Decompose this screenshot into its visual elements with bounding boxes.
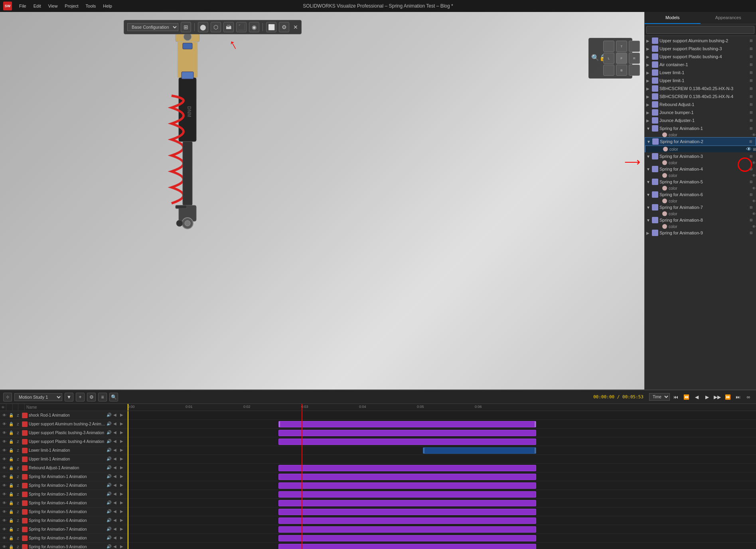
- track-bar[interactable]: [278, 439, 536, 445]
- track-row-12[interactable]: [128, 516, 756, 525]
- track-bar[interactable]: [278, 526, 536, 533]
- spring-1-eye-btn[interactable]: 👁: [752, 133, 756, 137]
- lock-btn[interactable]: 🔒: [8, 448, 14, 453]
- settings-btn[interactable]: ⚙: [279, 22, 289, 32]
- row-next-btn[interactable]: ▶: [120, 483, 126, 488]
- tl-row-spring-8[interactable]: 👁 🔒 Z Spring for Animation-8 Animation 🔊…: [0, 534, 127, 543]
- view-front[interactable]: F: [616, 53, 627, 64]
- lock-btn[interactable]: 🔒: [8, 544, 14, 549]
- lock-btn[interactable]: 🔒: [8, 465, 14, 471]
- tree-arrow[interactable]: ▶: [646, 102, 652, 107]
- sphere-btn[interactable]: ⬤: [198, 22, 208, 32]
- tree-item-spring-6[interactable]: ▼ Spring for Animation-6 ⊞: [645, 191, 756, 199]
- tree-arrow-spring-9[interactable]: ▶: [646, 231, 652, 235]
- view-top[interactable]: T: [616, 41, 627, 52]
- row-next-btn[interactable]: ▶: [120, 500, 126, 506]
- row-prev-btn[interactable]: ◀: [113, 518, 119, 523]
- tl-settings-btn[interactable]: ≡: [98, 393, 107, 401]
- search-icon[interactable]: 🔍: [591, 54, 599, 61]
- track-bar[interactable]: [278, 544, 536, 549]
- expand-icon[interactable]: ⊞: [748, 85, 754, 92]
- view-bottom-left[interactable]: [603, 65, 614, 76]
- track-bar[interactable]: [278, 509, 536, 515]
- tree-arrow[interactable]: ▶: [646, 39, 652, 43]
- spring-7-color-row[interactable]: color 👁: [645, 211, 756, 216]
- expand-icon[interactable]: ⊞: [748, 125, 754, 132]
- tl-row-spring-3[interactable]: 👁 🔒 Z Spring for Animation-3 Animation 🔊…: [0, 490, 127, 499]
- vis-btn[interactable]: 👁: [2, 413, 7, 418]
- row-sound-btn[interactable]: 🔊: [107, 500, 112, 506]
- tree-arrow-spring-6[interactable]: ▼: [646, 193, 652, 197]
- expand-icon[interactable]: ⊞: [748, 204, 754, 211]
- tl-tracks-area[interactable]: [128, 411, 756, 549]
- track-bar[interactable]: [278, 421, 536, 427]
- render-btn[interactable]: ◉: [249, 22, 259, 32]
- expand-icon[interactable]: ⊞: [748, 191, 754, 198]
- row-next-btn[interactable]: ▶: [120, 518, 126, 523]
- camera-btn[interactable]: ⬛: [236, 22, 247, 32]
- track-bar[interactable]: [278, 482, 536, 489]
- row-prev-btn[interactable]: ◀: [113, 448, 119, 453]
- scene-btn[interactable]: 🏔: [223, 22, 234, 32]
- row-next-btn[interactable]: ▶: [120, 544, 126, 549]
- spring-3-color-row[interactable]: color 👁: [645, 160, 756, 165]
- spring-4-eye-btn[interactable]: 👁: [752, 173, 756, 178]
- expand-icon[interactable]: ⊞: [748, 166, 754, 172]
- expand-icon[interactable]: ⊞: [748, 77, 754, 84]
- tl-row-upper-pl-4[interactable]: 👁 🔒 Z Upper support Plastic bushing-4 An…: [0, 437, 127, 446]
- vis-btn[interactable]: 👁: [2, 430, 7, 436]
- track-row-4[interactable]: [128, 446, 756, 455]
- row-next-btn[interactable]: ▶: [120, 421, 126, 427]
- row-prev-btn[interactable]: ◀: [113, 430, 119, 436]
- lock-btn[interactable]: 🔒: [8, 535, 14, 541]
- expand-icon[interactable]: ⊞: [748, 101, 754, 108]
- go-start-btn[interactable]: ⏮: [671, 393, 680, 401]
- tl-row-spring-9[interactable]: 👁 🔒 Z Spring for Animation-9 Animation 🔊…: [0, 543, 127, 549]
- row-prev-btn[interactable]: ◀: [113, 509, 119, 515]
- spring-6-color-row[interactable]: color 👁: [645, 199, 756, 203]
- config-select[interactable]: Base Configuration: [127, 23, 178, 31]
- lock-btn[interactable]: 🔒: [8, 439, 14, 445]
- row-sound-btn[interactable]: 🔊: [107, 518, 112, 523]
- row-sound-btn[interactable]: 🔊: [107, 535, 112, 541]
- tl-row-lower-limit[interactable]: 👁 🔒 Z Lower limit-1 Animation 🔊 ◀ ▶: [0, 446, 127, 455]
- tree-item-spring-5[interactable]: ▼ Spring for Animation-5 ⊞: [645, 178, 756, 186]
- tl-search-btn[interactable]: 🔍: [109, 393, 118, 401]
- track-row-6[interactable]: [128, 464, 756, 472]
- tree-item-spring-9[interactable]: ▶ Spring for Animation-9 ⊞: [645, 229, 756, 237]
- tree-arrow-spring-2[interactable]: ▼: [647, 140, 652, 144]
- tree-arrow[interactable]: ▶: [646, 118, 652, 123]
- search-input[interactable]: [646, 26, 754, 34]
- row-next-btn[interactable]: ▶: [120, 448, 126, 453]
- next-frame-btn[interactable]: ⏩: [723, 393, 732, 401]
- tree-arrow[interactable]: ▶: [646, 79, 652, 83]
- expand-icon[interactable]: ⊞: [748, 138, 754, 145]
- row-prev-btn[interactable]: ◀: [113, 492, 119, 497]
- tree-arrow-spring-5[interactable]: ▼: [646, 180, 652, 184]
- track-bar[interactable]: [278, 430, 536, 436]
- tl-row-upper-pl-3[interactable]: 👁 🔒 Z Upper support Plastic bushing-3 An…: [0, 429, 127, 437]
- go-end-btn[interactable]: ⏭: [734, 393, 742, 401]
- lock-btn[interactable]: 🔒: [8, 474, 14, 480]
- tl-row-spring-1[interactable]: 👁 🔒 Z Spring for Animation-1 Animation 🔊…: [0, 472, 127, 481]
- view-top-right-front[interactable]: [629, 41, 640, 52]
- row-next-btn[interactable]: ▶: [120, 535, 126, 541]
- tree-item-jounce-bumper[interactable]: ▶ Jounce bumper-1 ⊞: [645, 108, 756, 116]
- motion-study-select[interactable]: Motion Study 1: [14, 393, 62, 401]
- perspective-btn[interactable]: ⬡: [211, 22, 221, 32]
- spring-4-color-row[interactable]: color 👁: [645, 173, 756, 178]
- tree-arrow[interactable]: ▶: [646, 71, 652, 75]
- menu-tools[interactable]: Tools: [83, 3, 99, 9]
- tree-arrow-spring-8[interactable]: ▼: [646, 218, 652, 222]
- tree-arrow-spring-7[interactable]: ▼: [646, 205, 652, 210]
- menu-bar[interactable]: File Edit View Project Tools Help: [16, 3, 115, 9]
- lock-btn[interactable]: 🔒: [8, 430, 14, 436]
- tl-row-upper-limit[interactable]: 👁 🔒 Z Upper limit-1 Animation 🔊 ◀ ▶: [0, 455, 127, 464]
- expand-icon[interactable]: ⊞: [748, 61, 754, 68]
- row-prev-btn[interactable]: ◀: [113, 544, 119, 549]
- tree-item-jounce-adjuster[interactable]: ▶ Jounce Adjuster-1 ⊞: [645, 116, 756, 124]
- expand-icon[interactable]: ⊞: [748, 153, 754, 159]
- row-prev-btn[interactable]: ◀: [113, 413, 119, 418]
- row-prev-btn[interactable]: ◀: [113, 535, 119, 541]
- play-btn[interactable]: ▶: [703, 393, 711, 401]
